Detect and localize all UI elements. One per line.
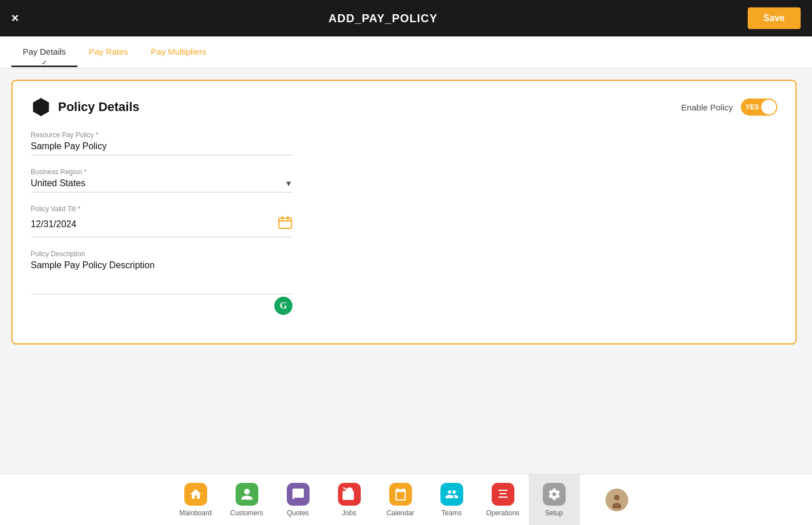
resource-pay-policy-label: Resource Pay Policy * xyxy=(31,131,777,139)
nav-operations-label: Operations xyxy=(486,509,520,517)
policy-valid-till-label: Policy Valid Till * xyxy=(31,205,777,213)
user-avatar xyxy=(605,489,628,511)
resource-pay-policy-field: Resource Pay Policy * Sample Pay Policy xyxy=(31,131,777,155)
nav-mainboard-label: Mainboard xyxy=(179,509,212,517)
operations-icon xyxy=(492,483,514,506)
policy-description-field: Policy Description Sample Pay Policy Des… xyxy=(31,250,777,315)
svg-marker-0 xyxy=(33,98,49,116)
nav-customers-label: Customers xyxy=(230,509,263,517)
business-region-value: United States xyxy=(31,178,85,188)
svg-point-6 xyxy=(614,495,620,501)
bottom-navigation: Mainboard Customers Quotes Jobs Calendar… xyxy=(0,474,812,525)
nav-item-calendar[interactable]: Calendar xyxy=(375,474,426,526)
nav-item-mainboard[interactable]: Mainboard xyxy=(170,474,221,526)
mainboard-icon xyxy=(184,483,207,506)
teams-icon xyxy=(440,483,463,506)
tab-pay-rates[interactable]: Pay Rates xyxy=(77,38,139,67)
customers-icon xyxy=(236,483,258,506)
enable-policy-toggle[interactable]: YES xyxy=(741,99,777,116)
nav-item-jobs[interactable]: Jobs xyxy=(324,474,375,526)
nav-item-teams[interactable]: Teams xyxy=(426,474,477,526)
tab-pay-multipliers[interactable]: Pay Multipliers xyxy=(139,38,218,67)
policy-description-label: Policy Description xyxy=(31,250,777,258)
toggle-text: YES xyxy=(745,103,759,111)
policy-description-value[interactable]: Sample Pay Policy Description xyxy=(31,260,292,294)
chevron-down-icon: ▼ xyxy=(285,179,292,188)
business-region-field: Business Region * United States ▼ xyxy=(31,168,777,192)
policy-title-area: Policy Details xyxy=(31,97,139,117)
nav-quotes-label: Quotes xyxy=(287,509,309,517)
grammarly-area: G xyxy=(31,297,292,315)
grammarly-button[interactable]: G xyxy=(274,297,292,315)
nav-teams-label: Teams xyxy=(442,509,461,517)
toggle-knob xyxy=(761,100,776,114)
nav-item-customers[interactable]: Customers xyxy=(221,474,273,526)
svg-rect-1 xyxy=(279,218,291,228)
app-header: × ADD_PAY_POLICY Save xyxy=(0,0,812,36)
enable-policy-area: Enable Policy YES xyxy=(681,99,777,116)
policy-card: Policy Details Enable Policy YES Resourc… xyxy=(11,80,797,344)
policy-valid-till-container: 12/31/2024 xyxy=(31,215,292,237)
tab-pay-details-label: Pay Details xyxy=(23,47,66,56)
close-button[interactable]: × xyxy=(11,11,19,26)
nav-setup-label: Setup xyxy=(545,509,563,517)
tab-pay-multipliers-label: Pay Multipliers xyxy=(151,47,207,56)
tab-pay-rates-label: Pay Rates xyxy=(89,47,128,56)
policy-card-header: Policy Details Enable Policy YES xyxy=(31,97,777,117)
calendar-icon[interactable] xyxy=(278,215,292,233)
nav-item-operations[interactable]: Operations xyxy=(477,474,529,526)
tab-pay-details[interactable]: Pay Details ✓ xyxy=(11,38,77,67)
resource-pay-policy-value[interactable]: Sample Pay Policy xyxy=(31,141,292,155)
nav-item-quotes[interactable]: Quotes xyxy=(273,474,324,526)
nav-item-avatar[interactable] xyxy=(591,474,642,526)
main-content: Pay Details ✓ Pay Rates Pay Multipliers … xyxy=(0,36,812,474)
grammarly-icon: G xyxy=(280,301,287,311)
tab-bar: Pay Details ✓ Pay Rates Pay Multipliers xyxy=(0,36,812,68)
setup-icon xyxy=(543,483,566,506)
nav-item-setup[interactable]: Setup xyxy=(529,474,580,526)
nav-calendar-label: Calendar xyxy=(386,509,414,517)
content-panel: Policy Details Enable Policy YES Resourc… xyxy=(0,68,812,474)
page-title: ADD_PAY_POLICY xyxy=(328,12,438,25)
policy-valid-till-value[interactable]: 12/31/2024 xyxy=(31,219,76,229)
quotes-icon xyxy=(287,483,310,506)
policy-hex-icon xyxy=(31,97,51,117)
jobs-icon xyxy=(338,483,361,506)
business-region-dropdown[interactable]: United States ▼ xyxy=(31,178,292,192)
enable-policy-label: Enable Policy xyxy=(681,102,733,112)
tab-check-icon: ✓ xyxy=(42,59,47,67)
nav-jobs-label: Jobs xyxy=(342,509,356,517)
calendar-nav-icon xyxy=(389,483,412,506)
policy-valid-till-field: Policy Valid Till * 12/31/2024 xyxy=(31,205,777,237)
policy-card-title: Policy Details xyxy=(58,100,139,114)
save-button[interactable]: Save xyxy=(748,7,801,29)
business-region-label: Business Region * xyxy=(31,168,777,176)
